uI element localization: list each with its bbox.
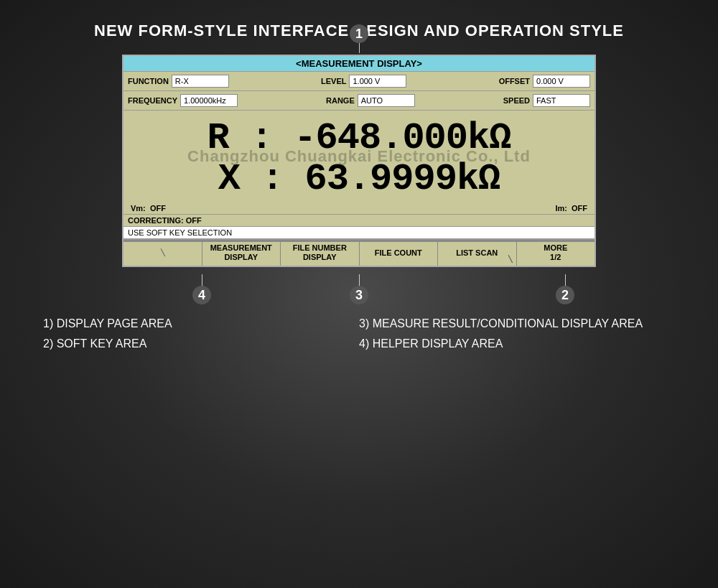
- function-value: R-X: [172, 75, 229, 88]
- annotations-right: 3) MEASURE RESULT/CONDITIONAL DISPLAY AR…: [359, 317, 675, 358]
- range-label: RANGE: [326, 96, 355, 105]
- annotations: 1) DISPLAY PAGE AREA 2) SOFT KEY AREA 3)…: [0, 317, 718, 358]
- callout-1: 1: [350, 24, 368, 43]
- page-wrapper: NEW FORM-STYLE INTERFACE DESIGN AND OPER…: [0, 0, 718, 588]
- correcting-status: CORRECTING: OFF: [123, 214, 595, 226]
- im-label: Im: OFF: [555, 204, 587, 213]
- callout-3: 3: [350, 286, 368, 304]
- annotation-3: 3) MEASURE RESULT/CONDITIONAL DISPLAY AR…: [359, 317, 675, 330]
- lcd-screen: <MEASUREMENT DISPLAY> FUNCTION R-X LEVEL…: [122, 55, 596, 267]
- level-value: 1.000 V: [349, 75, 406, 88]
- softkey-0[interactable]: ╲: [123, 240, 202, 266]
- callout-2: 2: [556, 286, 574, 304]
- lcd-title-bar: <MEASUREMENT DISPLAY>: [123, 56, 595, 72]
- annotation-1: 1) DISPLAY PAGE AREA: [43, 317, 359, 330]
- lcd-row-1: FUNCTION R-X LEVEL 1.000 V OFFSET 0.000 …: [123, 72, 595, 91]
- softkey-file-number-display[interactable]: FILE NUMBER DISPLAY: [281, 240, 360, 266]
- range-value: AUTO: [358, 94, 415, 107]
- annotation-4: 4) HELPER DISPLAY AREA: [359, 337, 675, 350]
- vm-im-row: Vm: OFF Im: OFF: [123, 202, 595, 214]
- annotations-left: 1) DISPLAY PAGE AREA 2) SOFT KEY AREA: [43, 317, 359, 358]
- softkey-bar: ╲ MEASUREMENT DISPLAY FILE NUMBER DISPLA…: [123, 239, 595, 266]
- frequency-label: FREQUENCY: [128, 96, 177, 105]
- frequency-value: 1.00000kHz: [180, 94, 238, 107]
- softkey-measurement-display[interactable]: MEASUREMENT DISPLAY: [202, 240, 281, 266]
- softkey-hint: USE SOFT KEY SELECTION: [123, 226, 595, 239]
- measurement-display: Changzhou Chuangkai Electronic Co., Ltd …: [123, 111, 595, 202]
- softkey-list-scan[interactable]: LIST SCAN ╲: [438, 240, 517, 266]
- lcd-row-2: FREQUENCY 1.00000kHz RANGE AUTO SPEED FA…: [123, 91, 595, 111]
- level-label: LEVEL: [321, 77, 346, 85]
- measurement-r: R : -648.000kΩ: [138, 118, 580, 159]
- softkey-more[interactable]: MORE 1/2: [517, 240, 595, 266]
- callout-4: 4: [192, 286, 211, 304]
- offset-label: OFFSET: [499, 77, 530, 85]
- screen-container: 1 <MEASUREMENT DISPLAY> FUNCTION R-X LEV…: [122, 55, 596, 267]
- softkey-file-count[interactable]: FILE COUNT: [360, 240, 439, 266]
- measurement-x: X : 63.9999kΩ: [138, 159, 580, 200]
- annotation-2: 2) SOFT KEY AREA: [43, 337, 359, 350]
- vm-label: Vm: OFF: [131, 204, 166, 213]
- speed-value: FAST: [533, 94, 590, 107]
- offset-value: 0.000 V: [533, 75, 590, 88]
- speed-label: SPEED: [503, 96, 530, 105]
- function-label: FUNCTION: [128, 77, 169, 85]
